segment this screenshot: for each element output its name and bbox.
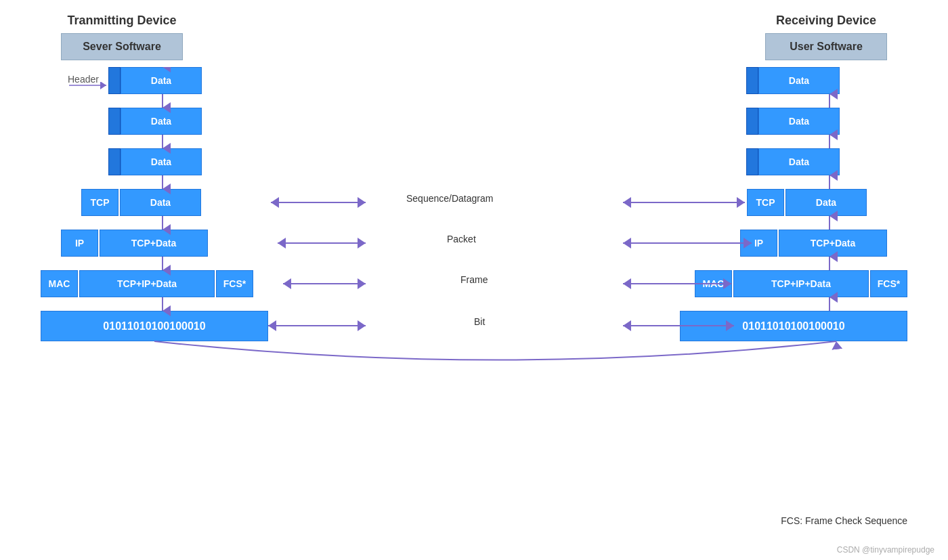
- right-ip-block: IP: [740, 230, 777, 257]
- right-data-row1: Data: [746, 67, 840, 94]
- transmitting-device-box: Tranmitting Device Sever Software: [27, 14, 217, 60]
- receiving-software: User Software: [765, 33, 887, 60]
- left-data-block2: Data: [121, 108, 202, 135]
- sequence-label: Sequence/Datagram: [406, 193, 493, 204]
- left-ip-data-block: TCP+Data: [100, 230, 208, 257]
- right-mac-row: MAC TCP+IP+Data FCS*: [695, 270, 907, 297]
- right-data-block1: Data: [758, 67, 840, 94]
- left-data-block1: Data: [121, 67, 202, 94]
- left-fcs-block: FCS*: [216, 270, 253, 297]
- fcs-note: FCS: Frame Check Sequence: [781, 515, 907, 526]
- transmitting-software: Sever Software: [61, 33, 183, 60]
- right-data-row2: Data: [746, 108, 840, 135]
- receiving-device-box: Receiving Device User Software: [731, 14, 921, 60]
- left-data-row1: Data: [108, 67, 202, 94]
- layers-area: Data Data Data TCP Data IP TCP+Data MAC: [27, 67, 921, 546]
- right-data-block3: Data: [758, 148, 840, 175]
- right-data-row3: Data: [746, 148, 840, 175]
- left-tcp-data-block: Data: [120, 189, 201, 216]
- left-tcp-block: TCP: [81, 189, 118, 216]
- packet-label: Packet: [447, 234, 476, 244]
- right-ip-data-block: TCP+Data: [779, 230, 887, 257]
- right-ip-row: IP TCP+Data: [740, 230, 887, 257]
- right-mac-data-block: TCP+IP+Data: [733, 270, 869, 297]
- right-data-block2: Data: [758, 108, 840, 135]
- left-bits-block: 01011010100100010: [41, 311, 268, 341]
- devices-row: Tranmitting Device Sever Software Receiv…: [27, 14, 921, 60]
- frame-label: Frame: [460, 274, 488, 285]
- right-bits-block: 01011010100100010: [680, 311, 907, 341]
- right-tcp-block: TCP: [747, 189, 784, 216]
- left-data-row2: Data: [108, 108, 202, 135]
- receiving-device-title: Receiving Device: [776, 14, 876, 28]
- transmitting-device-title: Tranmitting Device: [67, 14, 176, 28]
- right-tcp-data-block: Data: [785, 189, 867, 216]
- diagram-container: Tranmitting Device Sever Software Receiv…: [0, 0, 948, 560]
- right-mac-block: MAC: [695, 270, 732, 297]
- left-ip-row: IP TCP+Data: [61, 230, 208, 257]
- left-mac-block: MAC: [41, 270, 78, 297]
- right-tcp-row: TCP Data: [747, 189, 867, 216]
- right-fcs-block: FCS*: [870, 270, 907, 297]
- bit-label: Bit: [474, 316, 485, 327]
- header-label: Header: [68, 74, 99, 85]
- left-ip-block: IP: [61, 230, 98, 257]
- left-data-row3: Data: [108, 148, 202, 175]
- left-mac-row: MAC TCP+IP+Data FCS*: [41, 270, 253, 297]
- left-bits-row: 01011010100100010: [41, 311, 268, 341]
- csdn-watermark: CSDN @tinyvampirepudge: [837, 545, 934, 555]
- left-tcp-row: TCP Data: [81, 189, 201, 216]
- left-data-block3: Data: [121, 148, 202, 175]
- left-mac-data-block: TCP+IP+Data: [79, 270, 215, 297]
- right-bits-row: 01011010100100010: [680, 311, 907, 341]
